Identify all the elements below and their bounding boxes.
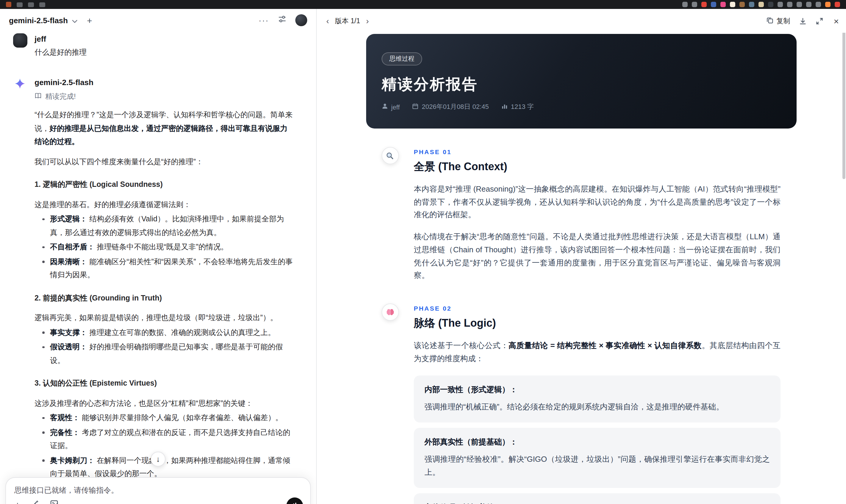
meta-date: 2026年01月08日 02:45	[412, 102, 489, 111]
voice-input-button[interactable]	[286, 498, 303, 504]
assistant-name: gemini-2.5-flash	[35, 78, 295, 87]
menubar-status-icon[interactable]	[787, 2, 792, 7]
phase1-icon-column	[366, 147, 414, 282]
preview-document-scroll[interactable]: 思维过程 精读分析报告 jeff	[317, 33, 846, 504]
menu-bar	[0, 0, 846, 9]
menubar-status-icon[interactable]	[739, 2, 745, 7]
user-avatar	[13, 33, 28, 48]
menubar-status-icon[interactable]	[797, 2, 802, 7]
chevron-down-icon[interactable]	[72, 15, 77, 25]
account-avatar[interactable]	[295, 14, 307, 26]
phase-section-logic: PHASE 02 脉络 (The Logic) 该论述基于一个核心公式：高质量结…	[366, 304, 797, 504]
menubar-status-icon[interactable]	[692, 2, 697, 7]
new-chat-button[interactable]: +	[87, 16, 92, 25]
chat-message-assistant: gemini-2.5-flash 精读完成! “什么是好的推理？”这是一个涉及逻…	[13, 78, 303, 504]
model-selector[interactable]: gemini-2.5-flash +	[9, 15, 92, 25]
version-next-button[interactable]: ›	[365, 17, 370, 25]
assistant-message-content: “什么是好的推理？”这是一个涉及逻辑学、认知科学和哲学核心的问题。简单来说，好的…	[35, 108, 295, 504]
menubar-status-icon[interactable]	[720, 2, 726, 7]
phase2-title: 脉络 (The Logic)	[414, 316, 780, 330]
app-window: gemini-2.5-flash + ···	[0, 9, 846, 504]
copy-button[interactable]: 复制	[766, 16, 790, 25]
message-block-li: 假设透明： 好的推理会明确指明哪些是已知事实，哪些是基于可能的假设。	[35, 340, 295, 367]
status-text: 精读完成!	[45, 92, 76, 102]
chat-message-user: jeff 什么是好的推理	[13, 33, 303, 58]
message-block-p: 这涉及推理者的心态和方法论，也是区分“杠精”和“思想家”的关键：	[35, 397, 295, 410]
menubar-status-icon[interactable]	[806, 2, 811, 7]
menubar-status-icon[interactable]	[749, 2, 754, 7]
menubar-status-icon[interactable]	[711, 2, 716, 7]
hero-badge: 思维过程	[382, 52, 422, 66]
card-title: 主体伦理（认识美德）：	[424, 503, 770, 504]
copy-icon	[766, 17, 773, 25]
chat-header-actions: ···	[259, 14, 307, 26]
preview-panel: ‹ 版本 1/1 › 复制	[317, 9, 846, 504]
menubar-status-icon[interactable]	[777, 2, 783, 7]
menubar-status-icon[interactable]	[682, 2, 688, 7]
meta-author-text: jeff	[391, 103, 400, 110]
add-attachment-button[interactable]: +	[15, 500, 20, 504]
user-name: jeff	[35, 33, 87, 43]
fullscreen-button[interactable]	[816, 17, 823, 25]
phase2-content: PHASE 02 脉络 (The Logic) 该论述基于一个核心公式：高质量结…	[414, 304, 797, 504]
logic-card: 主体伦理（认识美德）： 转向推理者的心理特征。引入奥卡姆剃刀和反向论证，旨在克服…	[414, 493, 780, 504]
preview-toolbar: ‹ 版本 1/1 › 复制	[317, 9, 846, 33]
message-block-p: 我们可以从以下四个维度来衡量什么是“好的推理”：	[35, 155, 295, 168]
menubar-status-icon[interactable]	[701, 2, 707, 7]
menubar-status-icon[interactable]	[825, 2, 830, 7]
message-block-li: 不自相矛盾： 推理链条中不能出现“既是又非”的情况。	[35, 240, 295, 254]
menubar-status-icon[interactable]	[835, 2, 840, 7]
menubar-status-icon[interactable]	[758, 2, 764, 7]
card-title: 外部真实性（前提基础）：	[424, 437, 770, 448]
tools-wand-button[interactable]	[31, 499, 39, 504]
calendar-icon	[412, 103, 419, 111]
more-options-button[interactable]: ···	[259, 16, 269, 24]
chat-message-list[interactable]: jeff 什么是好的推理 gemini-2.5-flash	[0, 32, 316, 504]
model-name[interactable]: gemini-2.5-flash	[9, 16, 68, 25]
composer-toolbar: +	[15, 499, 58, 504]
screen: gemini-2.5-flash + ···	[0, 0, 846, 504]
down-arrow-icon: ↓	[156, 455, 160, 464]
menubar-window-icon[interactable]	[39, 2, 45, 7]
version-prev-button[interactable]: ‹	[325, 17, 330, 25]
message-block-p: 这是推理的基石。好的推理必须遵循逻辑法则：	[35, 198, 295, 211]
menubar-list-icon[interactable]	[28, 2, 34, 7]
phase2-label: PHASE 02	[414, 304, 780, 312]
scroll-to-bottom-button[interactable]: ↓	[151, 452, 165, 467]
menubar-grid-icon[interactable]	[17, 2, 23, 7]
menubar-status-icon[interactable]	[768, 2, 773, 7]
composer-input[interactable]: 思维接口已就绪，请传输指令。	[14, 486, 302, 496]
assistant-message-body: gemini-2.5-flash 精读完成! “什么是好的推理？”这是一个涉及逻…	[35, 78, 303, 504]
menubar-status-icon[interactable]	[816, 2, 821, 7]
image-button[interactable]	[50, 499, 58, 504]
panel-scrollbar-thumb[interactable]	[842, 24, 845, 179]
phase1-paragraph: 核心情境在于解决“思考的随意性”问题。不论是人类通过批判性思维进行决策，还是大语…	[414, 230, 780, 282]
phase-section-context: PHASE 01 全景 (The Context) 本内容是对“推理 (Reas…	[366, 147, 797, 282]
phase1-paragraph: 本内容是对“推理 (Reasoning)”这一抽象概念的高层建模。在知识爆炸与人…	[414, 183, 780, 221]
composer[interactable]: 思维接口已就绪，请传输指令。 +	[5, 477, 311, 504]
meta-date-text: 2026年01月08日 02:45	[422, 102, 489, 111]
preview-document: 思维过程 精读分析报告 jeff	[366, 34, 797, 504]
menubar-status-icon[interactable]	[730, 2, 735, 7]
assistant-icon-column	[13, 78, 35, 504]
phase1-title: 全景 (The Context)	[414, 160, 780, 174]
user-message-text: 什么是好的推理	[35, 47, 87, 58]
card-body: 强调推理的“经验校准”。解决“GIGO（垃圾进，垃圾出）”问题，确保推理引擎运行…	[424, 453, 770, 479]
message-block-li: 事实支撑： 推理建立在可靠的数据、准确的观测或公认的真理之上。	[35, 326, 295, 339]
menubar-app-icon[interactable]	[6, 2, 11, 7]
menubar-left-group	[6, 2, 45, 7]
version-label: 版本 1/1	[335, 16, 360, 25]
book-icon	[35, 92, 42, 101]
download-button[interactable]	[799, 17, 807, 25]
message-block-li: 完备性： 考虑了对立的观点和潜在的反证，而不是只选择支持自己结论的证据。	[35, 426, 295, 452]
phase2-icon-column	[366, 304, 414, 504]
phase2-intro: 该论述基于一个核心公式：高质量结论 = 结构完整性 × 事实准确性 × 认知自律…	[414, 339, 780, 365]
message-block-h3: 1. 逻辑的严密性 (Logical Soundness)	[35, 178, 295, 191]
close-button[interactable]: ×	[832, 16, 840, 25]
person-icon	[382, 103, 388, 111]
copy-label: 复制	[776, 16, 790, 25]
message-block-li: 客观性： 能够识别并尽量排除个人偏见（如幸存者偏差、确认偏差）。	[35, 411, 295, 425]
report-hero-card: 思维过程 精读分析报告 jeff	[366, 34, 797, 128]
reading-status: 精读完成!	[35, 92, 295, 102]
settings-sliders-button[interactable]	[278, 15, 286, 25]
